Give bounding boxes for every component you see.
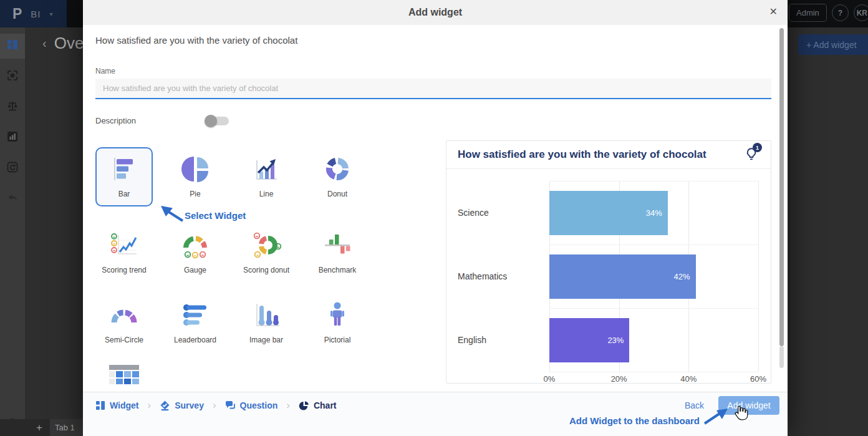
sidebar [0, 27, 25, 419]
chevron-down-icon[interactable]: ▾ [50, 11, 53, 17]
widget-tile-pie[interactable]: Pie [166, 147, 224, 206]
pictorial-widget-icon [322, 300, 353, 332]
balance-scale-icon [7, 100, 18, 114]
sidebar-item-compare[interactable] [0, 95, 25, 120]
scoring-trend-widget-icon [109, 230, 140, 263]
widget-tile-scoring-trend[interactable]: Scoring trend [95, 223, 153, 283]
widget-tile-donut[interactable]: Donut [309, 147, 366, 206]
add-widget-arrow [702, 407, 730, 426]
page-title: Ove [54, 34, 84, 53]
select-widget-annotation: Select Widget [185, 210, 246, 221]
step-question[interactable]: Question [225, 400, 278, 410]
h-gridline [549, 372, 758, 372]
chart-bar: 34% [549, 191, 668, 235]
wizard-steps: Widget › Survey › Question › Chart [95, 397, 337, 414]
x-tick-label: 0% [544, 374, 556, 384]
dashboard-tabbar: + Tab 1 [0, 419, 83, 436]
select-widget-arrow [159, 205, 184, 223]
x-tick-label: 60% [750, 374, 766, 384]
gauge-widget-icon [180, 230, 211, 263]
back-chevron-icon[interactable]: ‹ [42, 36, 47, 51]
chevron-right-icon: › [286, 399, 290, 412]
insights-button[interactable]: 1 [745, 145, 761, 164]
modal-header: Add widget ✕ [83, 0, 788, 25]
donut-widget-icon [322, 154, 353, 187]
widget-tile-semi-circle[interactable]: Semi-Circle [95, 293, 153, 352]
sidebar-item-back[interactable] [0, 187, 25, 211]
bar-chart-icon [7, 131, 18, 145]
modal-body: How satisfied are you with the variety o… [83, 25, 788, 392]
sidebar-item-sync[interactable] [0, 156, 25, 181]
pie-widget-icon [180, 154, 211, 187]
help-button[interactable]: ? [832, 4, 849, 21]
chart-icon [299, 400, 309, 411]
screen: P BI ▾ Admin ? KR + Add widget ‹ Ove [0, 0, 868, 436]
widget-tile-scoring-donut[interactable]: Scoring donut [238, 223, 295, 283]
category-label: Mathematics [458, 271, 507, 281]
toggle-knob [205, 115, 217, 127]
widget-tile-line[interactable]: Line [238, 147, 295, 206]
step-widget[interactable]: Widget [95, 400, 139, 410]
breadcrumb[interactable]: ‹ Ove [42, 34, 84, 53]
modal-title: Add widget [408, 7, 462, 18]
v-gridline [758, 181, 759, 372]
widget-name-input[interactable] [95, 79, 771, 99]
tab-1[interactable]: Tab 1 [50, 419, 83, 436]
bar-widget-icon [109, 154, 140, 187]
x-tick-label: 20% [611, 374, 627, 384]
close-icon[interactable]: ✕ [769, 6, 778, 17]
add-tab-button[interactable]: + [29, 422, 50, 434]
app-logo: P [12, 6, 22, 22]
leaderboard-widget-icon [180, 300, 211, 332]
admin-button[interactable]: Admin [789, 4, 827, 22]
chart-title: How satisfied are you with the variety o… [458, 148, 745, 161]
bar-value-label: 42% [673, 272, 690, 281]
step-survey[interactable]: Survey [160, 400, 204, 411]
semi-circle-widget-icon [109, 300, 140, 332]
back-button[interactable]: Back [685, 400, 704, 410]
x-tick-label: 40% [680, 374, 697, 384]
line-widget-icon [251, 154, 282, 187]
reply-arrow-icon [7, 192, 18, 206]
chart-bar: 23% [549, 318, 629, 362]
survey-icon [160, 400, 170, 411]
modal-scrollbar-track [779, 346, 784, 368]
widget-tile-table-partial[interactable] [95, 364, 153, 384]
h-gridline [549, 245, 758, 245]
focus-scan-icon [7, 70, 18, 84]
product-name: BI [31, 9, 41, 19]
widget-tile-leaderboard[interactable]: Leaderboard [166, 293, 224, 352]
name-label: Name [95, 67, 115, 75]
avatar[interactable]: KR [854, 4, 868, 21]
question-icon [225, 400, 236, 410]
widget-icon [95, 400, 105, 410]
category-label: Science [458, 208, 489, 218]
widget-tile-image-bar[interactable]: Image bar [238, 293, 295, 352]
step-chart[interactable]: Chart [299, 400, 337, 411]
bar-value-label: 23% [607, 336, 624, 345]
widget-tile-bar[interactable]: Bar [95, 147, 153, 206]
widget-tile-pictorial[interactable]: Pictorial [309, 293, 366, 352]
add-widget-annotation: Add Widget to the dashboard [569, 415, 700, 426]
sidebar-item-reports[interactable] [0, 125, 25, 150]
refresh-page-icon [7, 162, 18, 175]
category-label: English [458, 335, 486, 345]
add-widget-modal: Add widget ✕ How satisfied are you with … [83, 0, 788, 436]
image-bar-widget-icon [251, 300, 282, 332]
chart-category-labels: ScienceMathematicsEnglish [458, 181, 545, 372]
modal-scrollbar[interactable] [779, 28, 784, 346]
table-widget-icon [107, 364, 142, 384]
chevron-right-icon: › [213, 399, 216, 412]
benchmark-widget-icon [322, 230, 353, 263]
widget-tile-gauge[interactable]: Gauge [166, 223, 224, 283]
h-gridline [549, 308, 758, 309]
chevron-right-icon: › [148, 399, 152, 412]
bar-value-label: 34% [646, 208, 662, 218]
widget-tile-benchmark[interactable]: Benchmark [309, 223, 366, 283]
sidebar-item-scan[interactable] [0, 64, 25, 89]
chart-preview-panel: How satisfied are you with the variety o… [446, 140, 771, 384]
app-logo-area[interactable]: P BI ▾ [0, 0, 67, 27]
sidebar-item-dashboards[interactable] [0, 34, 25, 59]
dashboard-add-widget-button[interactable]: + Add widget [798, 34, 868, 55]
description-toggle[interactable] [206, 117, 229, 125]
